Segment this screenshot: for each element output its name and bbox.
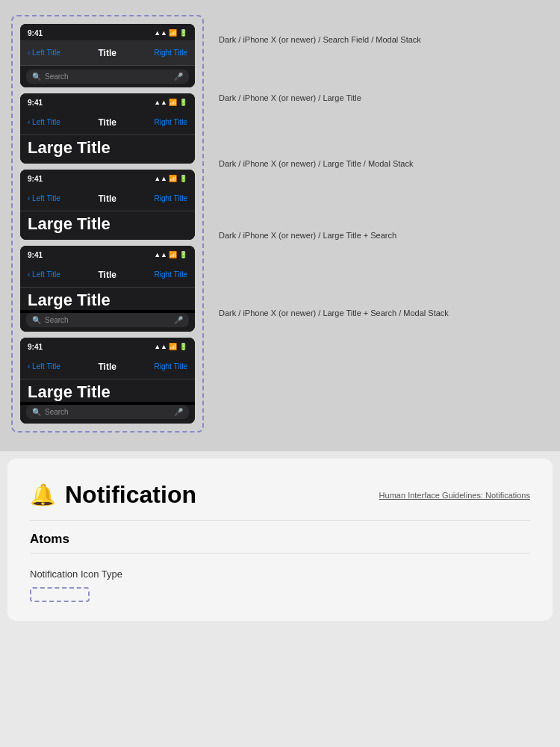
phone-frame-2: 9:41 ▲▲ 📶 🔋 ‹ Left Title Title Right Tit…	[20, 93, 195, 164]
status-bar-2: 9:41 ▲▲ 📶 🔋	[20, 93, 195, 110]
status-bar-4: 9:41 ▲▲ 📶 🔋	[20, 246, 195, 262]
large-title-text-5: Large Title	[28, 382, 187, 402]
status-icons-3: ▲▲ 📶 🔋	[154, 175, 187, 182]
nav-bar-2: ‹ Left Title Title Right Title	[20, 110, 195, 135]
label-frame-2: Dark / iPhone X (or newer) / Large Title	[219, 66, 549, 131]
nav-left-1: ‹ Left Title	[28, 49, 60, 57]
large-title-area-4: Large Title	[20, 288, 195, 310]
phone-frame-1: 9:41 ▲▲ 📶 🔋 ‹ Left Title Title Right Tit…	[20, 24, 195, 87]
labels-column: Dark / iPhone X (or newer) / Search Fiel…	[215, 15, 549, 353]
nav-right-2: Right Title	[155, 118, 187, 126]
notification-section: 🔔 Notification Human Interface Guideline…	[7, 459, 553, 621]
nav-title-3: Title	[99, 193, 116, 204]
label-frame-5: Dark / iPhone X (or newer) / Large Title…	[219, 275, 549, 353]
large-title-text-4: Large Title	[28, 291, 187, 310]
notification-section-wrapper: 🔔 Notification Human Interface Guideline…	[0, 451, 560, 628]
notification-link[interactable]: Human Interface Guidelines: Notification…	[379, 491, 530, 500]
phones-dashed-container: 9:41 ▲▲ 📶 🔋 ‹ Left Title Title Right Tit…	[11, 15, 204, 433]
bell-icon: 🔔	[30, 483, 56, 507]
mic-icon-4: 🎤	[174, 316, 183, 324]
label-text-4: Dark / iPhone X (or newer) / Large Title…	[219, 230, 396, 241]
nav-bar-5: ‹ Left Title Title Right Title	[20, 354, 195, 379]
search-bar-4[interactable]: 🔍 Search 🎤	[20, 313, 195, 332]
status-bar-1: 9:41 ▲▲ 📶 🔋	[20, 24, 195, 40]
nav-left-4: ‹ Left Title	[28, 270, 60, 279]
status-bar-3: 9:41 ▲▲ 📶 🔋	[20, 170, 195, 186]
search-placeholder-5: Search	[45, 408, 170, 416]
search-placeholder-1: Search	[45, 72, 170, 81]
status-icons-5: ▲▲ 📶 🔋	[154, 343, 187, 350]
phone-frame-5: 9:41 ▲▲ 📶 🔋 ‹ Left Title Title Right Tit…	[20, 338, 195, 424]
notif-title-left: 🔔 Notification	[30, 481, 196, 509]
label-text-3: Dark / iPhone X (or newer) / Large Title…	[219, 158, 413, 170]
atoms-section: Atoms Notification Icon Type	[30, 532, 530, 602]
time-2: 9:41	[28, 99, 43, 107]
nav-title-5: Title	[99, 362, 116, 372]
phone-frame-3: 9:41 ▲▲ 📶 🔋 ‹ Left Title Title Right Tit…	[20, 170, 195, 240]
label-frame-4: Dark / iPhone X (or newer) / Large Title…	[219, 197, 549, 275]
status-icons-4: ▲▲ 📶 🔋	[154, 251, 187, 258]
label-text-5: Dark / iPhone X (or newer) / Large Title…	[219, 308, 449, 319]
search-bar-5[interactable]: 🔍 Search 🎤	[20, 405, 195, 424]
nav-left-2: ‹ Left Title	[28, 118, 60, 126]
notification-header: 🔔 Notification Human Interface Guideline…	[30, 481, 530, 521]
nav-title-2: Title	[99, 117, 116, 128]
large-title-text-2: Large Title	[28, 138, 187, 158]
phone-frame-4: 9:41 ▲▲ 📶 🔋 ‹ Left Title Title Right Tit…	[20, 246, 195, 332]
nav-right-3: Right Title	[155, 194, 187, 202]
nav-right-1: Right Title	[155, 49, 187, 57]
search-icon-4: 🔍	[32, 316, 41, 324]
label-frame-3: Dark / iPhone X (or newer) / Large Title…	[219, 131, 549, 197]
nav-bar-3: ‹ Left Title Title Right Title	[20, 186, 195, 211]
mic-icon-1: 🎤	[174, 72, 183, 81]
nav-title-4: Title	[99, 270, 116, 280]
notification-title: Notification	[65, 481, 196, 509]
large-title-area-5: Large Title	[20, 379, 195, 402]
nav-left-3: ‹ Left Title	[28, 194, 60, 202]
search-icon-1: 🔍	[32, 72, 41, 81]
label-text-1: Dark / iPhone X (or newer) / Search Fiel…	[219, 34, 421, 46]
nav-left-5: ‹ Left Title	[28, 362, 60, 371]
time-3: 9:41	[28, 175, 43, 183]
nav-title-1: Title	[99, 48, 116, 58]
atoms-divider	[30, 553, 530, 554]
status-bar-5: 9:41 ▲▲ 📶 🔋	[20, 338, 195, 354]
label-frame-1: Dark / iPhone X (or newer) / Search Fiel…	[219, 15, 549, 66]
nav-right-5: Right Title	[155, 362, 187, 371]
atoms-label: Atoms	[30, 532, 530, 547]
main-frames-area: 9:41 ▲▲ 📶 🔋 ‹ Left Title Title Right Tit…	[0, 7, 560, 440]
search-icon-5: 🔍	[32, 408, 41, 416]
notif-icon-type-label: Notification Icon Type	[30, 568, 530, 580]
top-section: 9:41 ▲▲ 📶 🔋 ‹ Left Title Title Right Tit…	[0, 0, 560, 451]
search-placeholder-4: Search	[45, 316, 170, 324]
large-title-text-3: Large Title	[28, 214, 187, 234]
label-text-2: Dark / iPhone X (or newer) / Large Title	[219, 93, 361, 104]
time-4: 9:41	[28, 251, 43, 259]
large-title-area-3: Large Title	[20, 211, 195, 240]
large-title-area-2: Large Title	[20, 135, 195, 164]
nav-bar-4: ‹ Left Title Title Right Title	[20, 262, 195, 288]
notif-icon-dashed-preview	[30, 587, 90, 602]
time-5: 9:41	[28, 343, 43, 351]
nav-right-4: Right Title	[155, 270, 187, 279]
status-icons-1: ▲▲ 📶 🔋	[154, 29, 187, 37]
nav-bar-1: ‹ Left Title Title Right Title	[20, 40, 195, 66]
time-1: 9:41	[28, 29, 43, 37]
mic-icon-5: 🎤	[174, 408, 183, 416]
search-bar-1[interactable]: 🔍 Search 🎤	[20, 66, 195, 87]
status-icons-2: ▲▲ 📶 🔋	[154, 99, 187, 106]
